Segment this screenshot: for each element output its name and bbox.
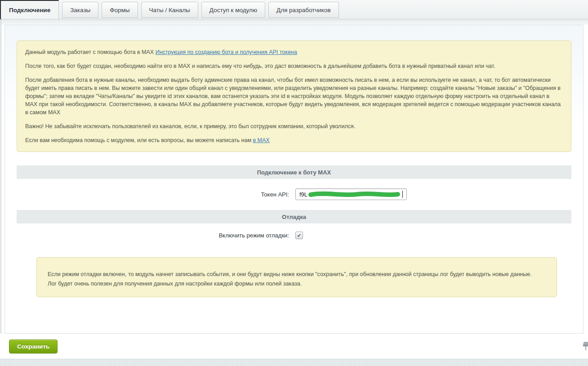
- debug-note-line: Лог будет очень полезен для получения да…: [48, 279, 546, 289]
- tab-chats-channels[interactable]: Чаты / Каналы: [141, 2, 198, 18]
- tab-developers[interactable]: Для разработчиков: [268, 2, 339, 18]
- instruction-link[interactable]: Инструкция по созданию бота и получения …: [156, 49, 297, 55]
- info-paragraph-intro: Данный модуль работает с помощью бота в …: [25, 48, 563, 56]
- info-paragraph-support: Если вам необходима помощь с модулем, ил…: [25, 136, 563, 144]
- debug-note-box: Если режим отладки включен, то модуль на…: [36, 257, 557, 297]
- tab-forms[interactable]: Формы: [102, 2, 138, 18]
- footer-bar: Сохранить: [0, 334, 588, 359]
- module-info-box: Данный модуль работает с помощью бота в …: [17, 40, 571, 152]
- tab-orders[interactable]: Заказы: [62, 2, 98, 18]
- content-panel: Данный модуль работает с помощью бота в …: [4, 25, 584, 334]
- debug-mode-checkbox[interactable]: ✔: [295, 232, 303, 239]
- info-paragraph-channels: После добавления бота в нужные каналы, н…: [25, 76, 563, 116]
- pin-icon[interactable]: [582, 341, 588, 353]
- tab-bar: Подключение Заказы Формы Чаты / Каналы Д…: [0, 0, 588, 19]
- token-api-label: Токен API:: [17, 191, 295, 198]
- debug-note-line: Если режим отладки включен, то модуль на…: [48, 270, 546, 279]
- support-text: Если вам необходима помощь с модулем, ил…: [25, 137, 253, 143]
- tab-module-access[interactable]: Доступ к модулю: [201, 2, 265, 18]
- tab-connection[interactable]: Подключение: [0, 0, 59, 19]
- section-header-debug: Отладка: [17, 210, 571, 223]
- token-api-input[interactable]: [295, 188, 407, 200]
- info-paragraph-after-create: После того, как бот будет создан, необхо…: [25, 62, 563, 70]
- token-input-wrap: [295, 188, 407, 200]
- debug-mode-row: Включить режим отладки: ✔: [17, 232, 571, 239]
- window-left-edge: [0, 0, 1, 334]
- info-intro-text: Данный модуль работает с помощью бота в …: [25, 49, 156, 55]
- check-icon: ✔: [297, 232, 301, 239]
- page-bottom-strip: [0, 359, 588, 366]
- section-header-connection: Подключение к боту MAX: [17, 165, 571, 179]
- info-paragraph-important: Важно! Не забывайте исключать пользовате…: [25, 122, 563, 130]
- text-cursor: [402, 191, 403, 198]
- token-api-row: Токен API:: [17, 188, 571, 200]
- tab-bar-underline: [0, 19, 588, 25]
- support-link[interactable]: в MAX: [253, 137, 269, 143]
- save-button[interactable]: Сохранить: [9, 339, 58, 353]
- debug-mode-label: Включить режим отладки:: [17, 232, 295, 239]
